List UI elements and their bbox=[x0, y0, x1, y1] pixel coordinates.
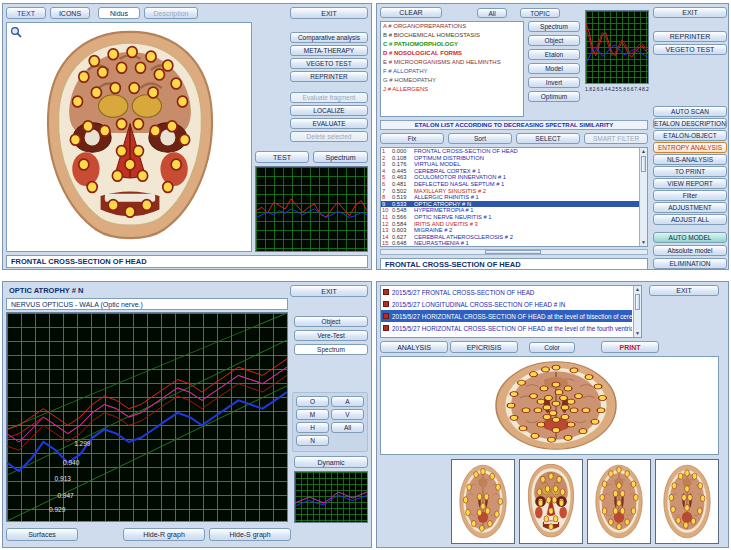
button-o[interactable]: O bbox=[296, 396, 329, 407]
etalon-row[interactable]: 10.000FRONTAL CROSS-SECTION OF HEAD bbox=[381, 148, 639, 155]
marker-dot[interactable] bbox=[463, 497, 468, 503]
marker-dot[interactable] bbox=[534, 408, 542, 413]
marker-dot[interactable] bbox=[560, 489, 565, 495]
marker-dot[interactable] bbox=[541, 476, 546, 482]
marker-dot[interactable] bbox=[485, 508, 490, 514]
marker-dot[interactable] bbox=[530, 372, 538, 377]
marker-dot[interactable] bbox=[552, 365, 560, 370]
marker-dot[interactable] bbox=[671, 506, 676, 512]
marker-dot[interactable] bbox=[519, 426, 527, 431]
text-button[interactable]: TEXT bbox=[6, 7, 46, 19]
magnifier-icon[interactable] bbox=[10, 26, 22, 38]
marker-dot[interactable] bbox=[631, 508, 636, 514]
marker-dot[interactable] bbox=[559, 500, 564, 506]
marker-dot[interactable] bbox=[552, 497, 557, 503]
marker-dot[interactable] bbox=[171, 78, 181, 89]
marker-dot[interactable] bbox=[466, 509, 471, 515]
marker-dot[interactable] bbox=[129, 83, 139, 94]
button-h[interactable]: H bbox=[296, 422, 329, 433]
marker-dot[interactable] bbox=[602, 481, 607, 487]
button-etalon-description[interactable]: ETALON DESCRIPTION bbox=[653, 118, 727, 129]
marker-dot[interactable] bbox=[602, 508, 607, 514]
vegeto-test-button[interactable]: VEGETO TEST bbox=[653, 44, 727, 55]
analysis-button[interactable]: ANALYSIS bbox=[380, 341, 448, 353]
marker-dot[interactable] bbox=[575, 394, 583, 399]
marker-dot[interactable] bbox=[510, 415, 518, 420]
marker-dot[interactable] bbox=[625, 519, 630, 525]
marker-dot[interactable] bbox=[609, 471, 614, 477]
category-item[interactable]: E # MICROORGANISMS AND HELMINTHS bbox=[381, 58, 523, 67]
marker-dot[interactable] bbox=[150, 125, 160, 136]
marker-dot[interactable] bbox=[138, 170, 148, 181]
marker-dot[interactable] bbox=[555, 390, 563, 395]
marker-dot[interactable] bbox=[685, 486, 690, 492]
marker-dot[interactable] bbox=[631, 481, 636, 487]
marker-dot[interactable] bbox=[108, 200, 118, 211]
marker-dot[interactable] bbox=[488, 520, 493, 526]
marker-dot[interactable] bbox=[564, 435, 572, 440]
epicrisis-button[interactable]: EPICRISIS bbox=[450, 341, 518, 353]
marker-dot[interactable] bbox=[544, 516, 549, 522]
marker-dot[interactable] bbox=[100, 125, 110, 136]
record-scrollbar[interactable]: ▲▼ bbox=[633, 286, 641, 337]
button-m[interactable]: M bbox=[296, 409, 329, 420]
marker-dot[interactable] bbox=[146, 51, 156, 62]
marker-dot[interactable] bbox=[531, 433, 539, 438]
button-object[interactable]: Object bbox=[528, 35, 580, 46]
etalon-row[interactable]: 110.566OPTIC NERVE NEURITIS # 1 bbox=[381, 214, 639, 221]
marker-dot[interactable] bbox=[125, 159, 135, 170]
button-spectrum[interactable]: Spectrum bbox=[528, 21, 580, 32]
marker-dot[interactable] bbox=[142, 200, 152, 211]
marker-dot[interactable] bbox=[543, 414, 551, 419]
marker-dot[interactable] bbox=[135, 62, 145, 73]
etalon-row[interactable]: 140.627CEREBRAL ATHEROSCLEROSIS # 2 bbox=[381, 234, 639, 241]
button-sort[interactable]: Sort bbox=[448, 133, 512, 144]
button-smart-filter[interactable]: SMART FILTER bbox=[584, 133, 648, 144]
marker-dot[interactable] bbox=[180, 134, 190, 145]
record-item[interactable]: 2015/5/27 LONGITUDINAL CROSS-SECTION OF … bbox=[381, 298, 632, 310]
marker-dot[interactable] bbox=[620, 508, 625, 514]
marker-dot[interactable] bbox=[480, 525, 485, 531]
marker-dot[interactable] bbox=[553, 486, 558, 492]
marker-dot[interactable] bbox=[177, 96, 187, 107]
nidus-button[interactable]: Nidus bbox=[98, 7, 140, 19]
marker-dot[interactable] bbox=[537, 422, 545, 427]
marker-dot[interactable] bbox=[585, 375, 593, 380]
print-button[interactable]: PRINT bbox=[601, 341, 659, 353]
marker-dot[interactable] bbox=[594, 384, 602, 389]
marker-dot[interactable] bbox=[540, 386, 548, 391]
marker-dot[interactable] bbox=[552, 401, 560, 406]
marker-dot[interactable] bbox=[79, 159, 89, 170]
marker-dot[interactable] bbox=[685, 470, 690, 476]
button-elimination[interactable]: ELIMINATION bbox=[653, 258, 727, 269]
marker-dot[interactable] bbox=[560, 395, 568, 400]
clear-button[interactable]: CLEAR bbox=[380, 7, 442, 18]
marker-dot[interactable] bbox=[685, 505, 690, 511]
thumbnail-2[interactable] bbox=[519, 459, 583, 544]
marker-dot[interactable] bbox=[474, 471, 479, 477]
marker-dot[interactable] bbox=[490, 473, 495, 479]
marker-dot[interactable] bbox=[591, 419, 599, 424]
marker-dot[interactable] bbox=[599, 395, 607, 400]
etalon-row[interactable]: 90.533OPTIC ATROPHY # N bbox=[381, 201, 639, 208]
marker-dot[interactable] bbox=[697, 508, 702, 514]
button-auto-model[interactable]: AUTO MODEL bbox=[653, 232, 727, 243]
button-n[interactable]: N bbox=[296, 435, 329, 446]
marker-dot[interactable] bbox=[79, 71, 89, 82]
thumbnail-4[interactable] bbox=[655, 459, 719, 544]
button-nls-analysis[interactable]: NLS-ANALYSIS bbox=[653, 154, 727, 165]
etalon-row[interactable]: 60.481DEFLECTED NASAL SEPTUM # 1 bbox=[381, 181, 639, 188]
marker-dot[interactable] bbox=[678, 473, 683, 479]
marker-dot[interactable] bbox=[700, 495, 705, 501]
button-filter[interactable]: Filter bbox=[653, 190, 727, 201]
marker-dot[interactable] bbox=[549, 508, 554, 514]
exit-button[interactable]: EXIT bbox=[290, 7, 368, 19]
button-fix[interactable]: Fix bbox=[380, 133, 444, 144]
marker-dot[interactable] bbox=[688, 494, 693, 500]
exit-button[interactable]: EXIT bbox=[649, 285, 719, 296]
marker-dot[interactable] bbox=[698, 483, 703, 489]
marker-dot[interactable] bbox=[477, 494, 482, 500]
record-item[interactable]: 2015/5/27 HORIZONTAL CROSS-SECTION OF HE… bbox=[381, 322, 632, 334]
category-item[interactable]: A # ORGANOPREPARATIONS bbox=[381, 22, 523, 31]
marker-dot[interactable] bbox=[471, 520, 476, 526]
